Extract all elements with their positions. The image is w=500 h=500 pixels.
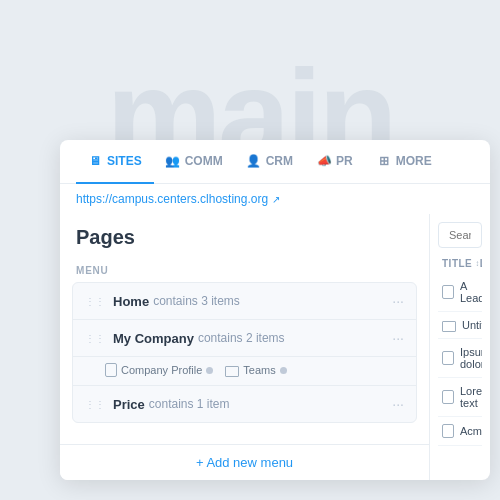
- content-row-2-name: Untitled: [462, 319, 482, 331]
- tab-comm[interactable]: 👥 COMM: [154, 140, 235, 184]
- tab-more[interactable]: ⊞ MORE: [365, 140, 444, 184]
- megaphone-icon: 📣: [317, 154, 331, 168]
- subitem-company-profile: Company Profile: [105, 363, 213, 377]
- content-table-header: TITLE ↕ L: [438, 254, 482, 273]
- site-url-text: https://campus.centers.clhosting.org: [76, 192, 268, 206]
- subitem-teams-label: Teams: [243, 364, 275, 376]
- content-table: TITLE ↕ L A Leader's Untitled Ipsum dolo…: [438, 254, 482, 472]
- tab-crm[interactable]: 👤 CRM: [235, 140, 305, 184]
- right-panel: TITLE ↕ L A Leader's Untitled Ipsum dolo…: [430, 214, 490, 480]
- menu-item-mycompany-name: My Company: [113, 331, 194, 346]
- drag-handle-icon: ⋮⋮: [85, 399, 105, 410]
- tab-bar: 🖥 SITES 👥 COMM 👤 CRM 📣 PR ⊞ MORE Ch: [60, 140, 490, 184]
- title-column-header: TITLE ↕: [442, 258, 480, 269]
- content-row-1: A Leader's: [438, 273, 482, 312]
- content-row-3: Ipsum dolor: [438, 339, 482, 378]
- folder-icon: [442, 321, 456, 332]
- grid-icon: ⊞: [377, 154, 391, 168]
- folder-icon: [225, 366, 239, 377]
- tab-pr-label: PR: [336, 154, 353, 168]
- monitor-icon: 🖥: [88, 154, 102, 168]
- content-row-3-name: Ipsum dolor: [460, 346, 482, 370]
- mycompany-dots-menu[interactable]: ···: [392, 330, 404, 346]
- menu-section: MENU ⋮⋮ Home contains 3 items ··· ⋮⋮ My …: [60, 257, 429, 444]
- menu-item-price-name: Price: [113, 397, 145, 412]
- menu-row-mycompany: ⋮⋮ My Company contains 2 items ···: [73, 320, 416, 357]
- tab-sites-label: SITES: [107, 154, 142, 168]
- url-bar: https://campus.centers.clhosting.org ↗: [60, 184, 490, 214]
- page-icon: [442, 390, 454, 404]
- content-row-2: Untitled: [438, 312, 482, 339]
- site-url-link[interactable]: https://campus.centers.clhosting.org ↗: [76, 192, 474, 206]
- content-row-1-name: A Leader's: [460, 280, 482, 304]
- menu-item-home-name: Home: [113, 294, 149, 309]
- tab-pr[interactable]: 📣 PR: [305, 140, 365, 184]
- mycompany-subitems-row: Company Profile Teams: [73, 357, 416, 386]
- content-row-5: Acme...: [438, 417, 482, 446]
- menu-item-mycompany-desc: contains 2 items: [198, 331, 285, 345]
- main-card: 🖥 SITES 👥 COMM 👤 CRM 📣 PR ⊞ MORE Ch http…: [60, 140, 490, 480]
- person-icon: 👤: [247, 154, 261, 168]
- menu-item-home-desc: contains 3 items: [153, 294, 240, 308]
- add-new-menu-button[interactable]: + Add new menu: [60, 444, 429, 480]
- tab-sites[interactable]: 🖥 SITES: [76, 140, 154, 184]
- price-dots-menu[interactable]: ···: [392, 396, 404, 412]
- left-panel: Pages MENU ⋮⋮ Home contains 3 items ··· …: [60, 214, 430, 480]
- external-link-icon: ↗: [272, 194, 280, 205]
- menu-table: ⋮⋮ Home contains 3 items ··· ⋮⋮ My Compa…: [72, 282, 417, 423]
- subitem-teams: Teams: [225, 364, 286, 376]
- menu-item-price-desc: contains 1 item: [149, 397, 230, 411]
- menu-row-home: ⋮⋮ Home contains 3 items ···: [73, 283, 416, 320]
- other-column-header: L: [480, 258, 482, 269]
- content-row-5-name: Acme...: [460, 425, 482, 437]
- page-icon: [105, 363, 117, 377]
- subitem-company-profile-label: Company Profile: [121, 364, 202, 376]
- menu-row-price: ⋮⋮ Price contains 1 item ···: [73, 386, 416, 422]
- title-col-label: TITLE: [442, 258, 472, 269]
- search-input[interactable]: [438, 222, 482, 248]
- drag-handle-icon: ⋮⋮: [85, 296, 105, 307]
- subitem-dot: [206, 367, 213, 374]
- card-body: Pages MENU ⋮⋮ Home contains 3 items ··· …: [60, 214, 490, 480]
- content-row-4: Lorem text: [438, 378, 482, 417]
- home-dots-menu[interactable]: ···: [392, 293, 404, 309]
- page-icon: [442, 351, 454, 365]
- subitem-dot: [280, 367, 287, 374]
- page-icon: [442, 285, 454, 299]
- pages-title: Pages: [60, 214, 429, 257]
- menu-section-label: MENU: [72, 257, 417, 282]
- users-icon: 👥: [166, 154, 180, 168]
- page-icon: [442, 424, 454, 438]
- tab-more-label: MORE: [396, 154, 432, 168]
- tab-crm-label: CRM: [266, 154, 293, 168]
- drag-handle-icon: ⋮⋮: [85, 333, 105, 344]
- content-row-4-name: Lorem text: [460, 385, 482, 409]
- tab-comm-label: COMM: [185, 154, 223, 168]
